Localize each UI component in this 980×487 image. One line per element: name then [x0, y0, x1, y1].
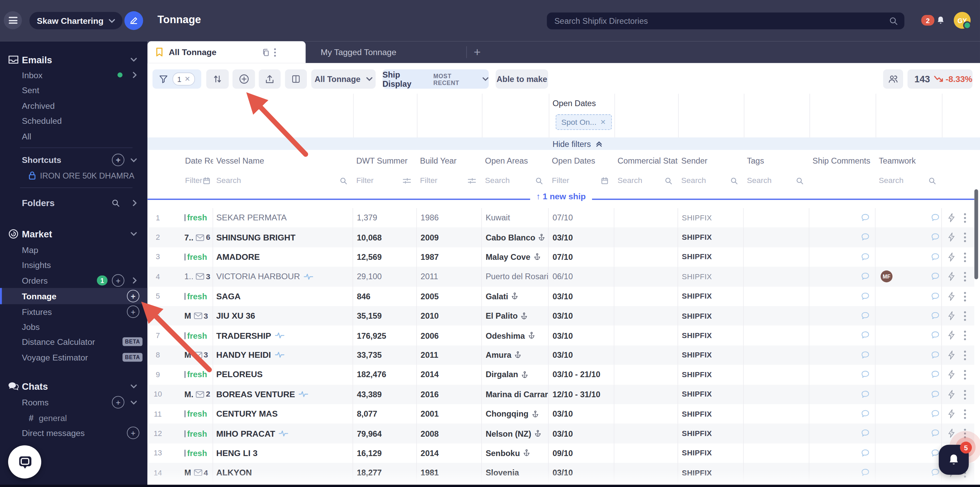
vessel-name-cell[interactable]: SEKAR PERMATA [213, 208, 353, 228]
shortcut-item[interactable]: IRON ORE 50K DHAMRA [0, 168, 147, 183]
sidebar-room-general[interactable]: # general [0, 411, 147, 425]
sidebar-section-market[interactable]: Market [0, 226, 147, 241]
ship-comment-icon[interactable] [861, 448, 870, 458]
new-tab-button[interactable]: + [474, 46, 480, 59]
add-order-button[interactable]: + [112, 274, 124, 287]
vessel-name-cell[interactable]: MIHO PRACAT [213, 424, 353, 443]
add-tonnage-button[interactable]: + [127, 290, 140, 302]
sidebar-section-folders[interactable]: Folders [0, 195, 147, 211]
row-menu-kebab-icon[interactable] [964, 409, 966, 419]
vertical-scrollbar[interactable] [974, 189, 978, 279]
ship-comment-icon[interactable] [861, 292, 870, 301]
vessel-name-cell[interactable]: SHINSUNG BRIGHT [213, 227, 353, 247]
column-filter-build[interactable]: Filter [417, 172, 482, 189]
row-menu-kebab-icon[interactable] [964, 429, 966, 439]
sidebar-item-voyage-estimator[interactable]: Voyage Estimator BETA [0, 350, 147, 365]
tab-all-tonnage[interactable]: All Tonnage [147, 41, 305, 63]
teamwork-chat-icon[interactable] [931, 409, 940, 419]
sidebar-section-shortcuts[interactable]: Shortcuts + [0, 152, 147, 167]
chat-widget-button[interactable] [8, 446, 41, 479]
row-menu-kebab-icon[interactable] [964, 311, 966, 321]
add-direct-message-button[interactable]: + [127, 427, 140, 439]
teamwork-chat-icon[interactable] [931, 292, 940, 301]
tonnage-row[interactable]: 3freshAMADORE12,569198707/10Malay CoveSH… [147, 247, 974, 267]
column-filter-vessel[interactable]: Search [213, 172, 353, 189]
hamburger-menu-button[interactable] [4, 11, 22, 29]
tonnage-row[interactable]: 5freshSAGA846200503/10GalatiSHIPFIX [147, 286, 974, 306]
columns-button[interactable] [285, 69, 307, 89]
tonnage-row[interactable]: 10M.2BOREAS VENTURE43,389201612/10 - 31/… [147, 385, 974, 405]
search-icon[interactable] [889, 16, 898, 26]
tab-my-tagged-tonnage[interactable]: My Tagged Tonnage [305, 41, 465, 63]
row-menu-kebab-icon[interactable] [964, 272, 966, 282]
notifications-button[interactable]: 2 [921, 15, 946, 25]
search-icon[interactable] [111, 198, 120, 208]
duplicate-tab-icon[interactable] [262, 48, 270, 57]
user-avatar[interactable]: GY [954, 12, 971, 29]
row-menu-kebab-icon[interactable] [964, 233, 966, 243]
column-header-teamwork[interactable]: Teamwork [875, 150, 942, 172]
vessel-name-cell[interactable]: SAGA [213, 286, 353, 306]
add-ship-button[interactable] [232, 69, 255, 89]
column-header-actions[interactable] [942, 150, 975, 172]
column-header-commercial[interactable]: Commercial Statu [614, 150, 678, 172]
vessel-name-cell[interactable]: HENG LI 3 [213, 443, 353, 463]
sort-button[interactable] [206, 69, 229, 89]
tonnage-row[interactable]: 9freshPELOREUS182,476201403/10 - 21/10Di… [147, 365, 974, 385]
clear-filter-icon[interactable]: ✕ [185, 75, 190, 83]
able-to-make-button[interactable]: Able to make [496, 69, 548, 89]
workspace-selector[interactable]: Skaw Chartering [29, 12, 122, 29]
add-shortcut-button[interactable]: + [112, 154, 124, 166]
sidebar-item-distance-calculator[interactable]: Distance Calculator BETA [0, 334, 147, 349]
column-header-comments[interactable]: Ship Comments [810, 150, 876, 172]
sidebar-section-emails[interactable]: Emails [0, 52, 147, 67]
sidebar-item-insights[interactable]: Insights [0, 257, 147, 273]
filters-button[interactable]: 1✕ [153, 69, 201, 89]
view-selector-dropdown[interactable]: All Tonnage [311, 69, 375, 89]
sidebar-item-rooms[interactable]: Rooms + [0, 395, 147, 410]
row-menu-kebab-icon[interactable] [964, 292, 966, 301]
export-button[interactable] [259, 69, 280, 89]
sidebar-item-jobs[interactable]: Jobs [0, 319, 147, 334]
row-menu-kebab-icon[interactable] [964, 389, 966, 399]
ship-comment-icon[interactable] [861, 272, 870, 281]
tonnage-row[interactable]: 14M4ALKYON18,277198103/10SloveniaSHIPFIX [147, 463, 974, 482]
tonnage-row[interactable]: 8M3HANDY HEIDI33,735201103/10AmuraSHIPFI… [147, 345, 974, 365]
ship-comment-icon[interactable] [861, 213, 870, 222]
quick-action-bolt-icon[interactable] [947, 233, 956, 242]
tonnage-row[interactable]: 6M3JIU XU 3635,159201003/10El PalitoSHIP… [147, 306, 974, 326]
row-menu-kebab-icon[interactable] [964, 252, 966, 262]
new-ship-banner[interactable]: ↑ 1 new ship [147, 189, 974, 208]
ship-comment-icon[interactable] [861, 252, 870, 262]
vessel-name-cell[interactable]: TRADERSHIP [213, 326, 353, 346]
ship-display-dropdown[interactable]: Ship Display MOST RECENT [382, 69, 488, 89]
ship-comment-icon[interactable] [861, 350, 870, 360]
column-filter-teamwork[interactable]: Search [875, 172, 942, 189]
column-header-vessel[interactable]: Vessel Name [213, 150, 353, 172]
quick-action-bolt-icon[interactable] [947, 370, 956, 379]
teamwork-chat-icon[interactable] [931, 468, 940, 477]
column-header-tags[interactable]: Tags [744, 150, 810, 172]
teamwork-chat-icon[interactable] [931, 233, 940, 242]
column-filter-areas[interactable]: Search [482, 172, 549, 189]
sidebar-item-map[interactable]: Map [0, 243, 147, 257]
sidebar-item-inbox[interactable]: Inbox [0, 67, 147, 82]
quick-action-bolt-icon[interactable] [947, 389, 956, 399]
hide-filters-button[interactable]: Hide filters [147, 137, 980, 150]
vessel-name-cell[interactable]: ALKYON [213, 463, 353, 482]
column-filter-tags[interactable]: Search [744, 172, 810, 189]
column-header-build[interactable]: Build Year [417, 150, 482, 172]
quick-action-bolt-icon[interactable] [947, 311, 956, 321]
ship-comment-icon[interactable] [861, 370, 870, 379]
vessel-name-cell[interactable]: PELOREUS [213, 365, 353, 385]
quick-action-bolt-icon[interactable] [947, 252, 956, 262]
sidebar-item-sent[interactable]: Sent [0, 82, 147, 97]
tonnage-row[interactable]: 1freshSEKAR PERMATA1,379198607/10KuwaitS… [147, 208, 974, 228]
column-header-dates[interactable]: Open Dates [549, 150, 614, 172]
remove-chip-icon[interactable]: ✕ [600, 118, 606, 126]
add-room-button[interactable]: + [112, 396, 124, 408]
teamwork-chat-icon[interactable] [931, 213, 940, 222]
sidebar-item-scheduled[interactable]: Scheduled [0, 113, 147, 128]
row-menu-kebab-icon[interactable] [964, 331, 966, 340]
sidebar-item-tonnage[interactable]: Tonnage + [0, 288, 147, 305]
